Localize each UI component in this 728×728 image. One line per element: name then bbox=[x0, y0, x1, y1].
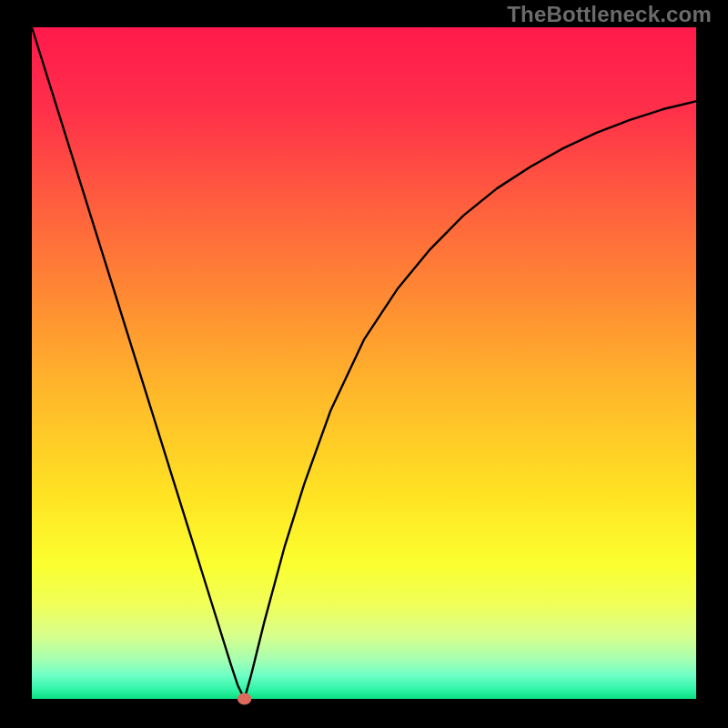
bottleneck-chart: TheBottleneck.com bbox=[0, 0, 728, 728]
optimal-point-marker bbox=[238, 693, 252, 705]
chart-canvas bbox=[0, 0, 728, 728]
chart-gradient-bg bbox=[32, 27, 696, 699]
